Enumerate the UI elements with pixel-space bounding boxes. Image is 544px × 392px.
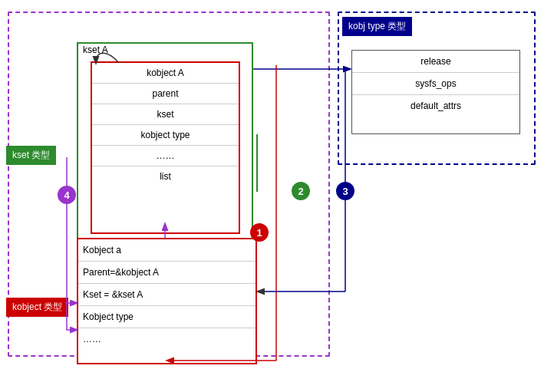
- type-row-release: release: [352, 51, 519, 73]
- badge-3: 3: [336, 182, 354, 200]
- inst-row-ellipsis: ……: [78, 328, 256, 350]
- inst-row-kset: Kset = &kset A: [78, 284, 256, 306]
- kobject-type-label: kobject 类型: [6, 298, 68, 317]
- kset-type-label: kset 类型: [6, 146, 56, 165]
- inst-row-parent: Parent=&kobject A: [78, 262, 256, 284]
- kobject-instance-box: Kobject a Parent=&kobject A Kset = &kset…: [77, 238, 257, 364]
- row-parent: parent: [92, 84, 239, 104]
- row-kobject-a: kobject A: [92, 63, 239, 84]
- kobject-a-inner: kobject A parent kset kobject type …… li…: [91, 61, 240, 234]
- kset-a-label: kset A: [83, 44, 108, 55]
- badge-4: 4: [58, 186, 76, 204]
- row-list: list: [92, 166, 239, 186]
- row-kset: kset: [92, 104, 239, 125]
- type-row-sysfs: sysfs_ops: [352, 73, 519, 95]
- badge-1: 1: [250, 223, 269, 242]
- kobj-type-box: release sysfs_ops default_attrs: [351, 50, 520, 134]
- kobj-type-label: kobj type 类型: [342, 17, 412, 36]
- inst-row-type: Kobject type: [78, 306, 256, 328]
- row-ellipsis: ……: [92, 146, 239, 166]
- inst-row-kobject-a: Kobject a: [78, 239, 256, 262]
- row-kobject-type: kobject type: [92, 125, 239, 146]
- diagram-container: kset 类型 kobject 类型 kobj type 类型 kset A k…: [0, 0, 544, 392]
- type-row-default: default_attrs: [352, 95, 519, 117]
- badge-2: 2: [292, 182, 310, 200]
